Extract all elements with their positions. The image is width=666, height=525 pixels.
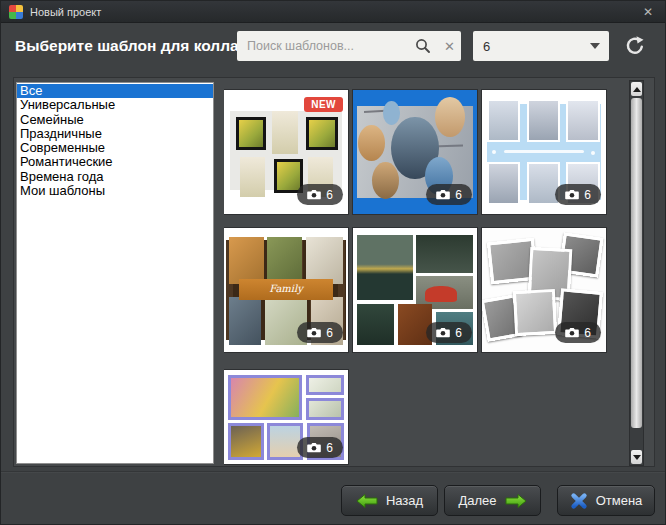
refresh-button[interactable] xyxy=(622,34,648,60)
template-card-family[interactable]: Family 6 xyxy=(224,228,348,352)
arrow-right-icon xyxy=(505,493,527,509)
scrollbar-thumb[interactable] xyxy=(631,98,642,428)
camera-icon xyxy=(436,327,450,338)
category-item-universal[interactable]: Универсальные xyxy=(17,98,213,112)
refresh-icon xyxy=(623,34,647,58)
photo-count-badge: 6 xyxy=(555,322,601,343)
category-item-holiday[interactable]: Праздничные xyxy=(17,127,213,141)
next-button[interactable]: Далее xyxy=(444,485,541,516)
search-icon[interactable] xyxy=(414,37,432,55)
scroll-down-button[interactable] xyxy=(631,450,642,464)
photo-count-badge: 6 xyxy=(297,437,343,458)
camera-icon xyxy=(436,189,450,200)
category-item-family[interactable]: Семейные xyxy=(17,113,213,127)
category-item-seasons[interactable]: Времена года xyxy=(17,170,213,184)
camera-icon xyxy=(307,327,321,338)
cancel-button[interactable]: Отмена xyxy=(557,485,655,516)
photo-count-badge: 6 xyxy=(555,184,601,205)
new-project-dialog: Новый проект ✕ Выберите шаблон для колла… xyxy=(0,0,666,525)
camera-icon xyxy=(307,442,321,453)
cancel-x-icon xyxy=(570,492,588,510)
camera-icon xyxy=(565,327,579,338)
category-item-all[interactable]: Все xyxy=(17,84,213,98)
category-item-modern[interactable]: Современные xyxy=(17,141,213,155)
template-card-sea-circles[interactable]: 6 xyxy=(353,90,477,214)
template-card-winter[interactable]: 6 xyxy=(482,90,606,214)
template-card-flowers[interactable]: 6 xyxy=(224,370,348,464)
category-item-my-templates[interactable]: Мои шаблоны xyxy=(17,184,213,198)
photo-count-badge: 6 xyxy=(426,184,472,205)
template-card-nature[interactable]: 6 xyxy=(353,228,477,352)
scrollbar[interactable] xyxy=(629,80,644,466)
content-panel: Все Универсальные Семейные Праздничные С… xyxy=(13,77,655,467)
search-input[interactable] xyxy=(237,31,414,61)
template-card-street[interactable]: 6 xyxy=(482,228,606,352)
family-caption: Family xyxy=(239,279,333,300)
arrow-down-icon xyxy=(633,455,641,460)
window-title: Новый проект xyxy=(30,6,101,18)
photo-count-badge: 6 xyxy=(426,322,472,343)
photo-count-badge: 6 xyxy=(297,184,343,205)
photo-count-value: 6 xyxy=(473,39,590,54)
arrow-left-icon xyxy=(356,493,378,509)
template-card-puzzle[interactable]: NEW 6 xyxy=(224,90,348,214)
category-list: Все Универсальные Семейные Праздничные С… xyxy=(16,82,214,464)
close-icon[interactable]: ✕ xyxy=(639,4,657,20)
new-badge: NEW xyxy=(304,97,343,112)
scroll-up-button[interactable] xyxy=(631,82,642,96)
camera-icon xyxy=(307,189,321,200)
chevron-down-icon xyxy=(590,43,600,49)
category-item-romantic[interactable]: Романтические xyxy=(17,155,213,169)
titlebar: Новый проект ✕ xyxy=(1,1,665,23)
clear-search-icon[interactable]: ✕ xyxy=(442,39,463,54)
arrow-up-icon xyxy=(633,87,641,92)
template-grid: NEW 6 xyxy=(224,78,624,468)
footer-divider xyxy=(1,471,665,473)
page-title: Выберите шаблон для коллажа xyxy=(15,37,258,55)
photo-count-select[interactable]: 6 xyxy=(473,31,609,61)
photo-count-badge: 6 xyxy=(297,322,343,343)
search-box: ✕ xyxy=(237,31,461,61)
back-button[interactable]: Назад xyxy=(341,485,438,516)
app-logo-icon xyxy=(9,5,23,19)
camera-icon xyxy=(565,189,579,200)
